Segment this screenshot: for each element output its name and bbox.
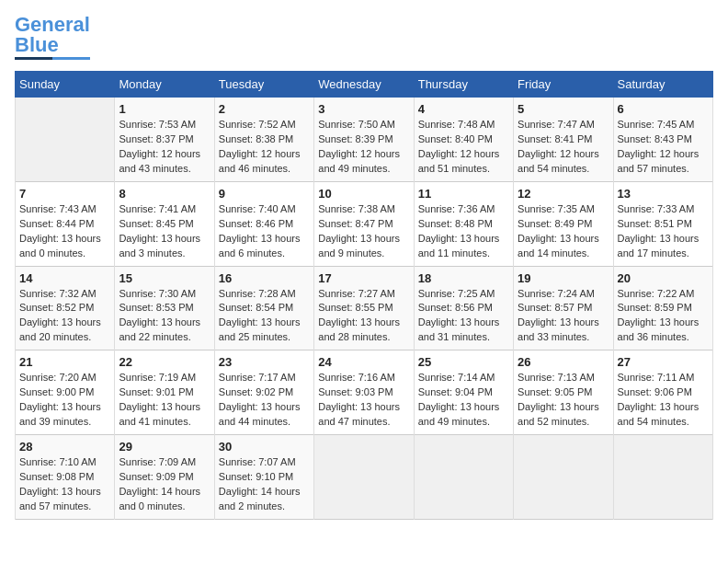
day-info: Sunrise: 7:33 AM Sunset: 8:51 PM Dayligh… <box>618 202 709 261</box>
logo-text: General Blue <box>15 15 90 55</box>
day-info: Sunrise: 7:19 AM Sunset: 9:01 PM Dayligh… <box>119 371 210 430</box>
day-number: 20 <box>618 271 709 285</box>
calendar-cell: 26Sunrise: 7:13 AM Sunset: 9:05 PM Dayli… <box>514 350 613 435</box>
calendar-cell <box>514 435 613 520</box>
calendar-cell: 11Sunrise: 7:36 AM Sunset: 8:48 PM Dayli… <box>414 181 513 266</box>
calendar-header-row: SundayMondayTuesdayWednesdayThursdayFrid… <box>16 72 713 98</box>
day-info: Sunrise: 7:35 AM Sunset: 8:49 PM Dayligh… <box>518 202 609 261</box>
day-number: 30 <box>219 440 310 454</box>
day-info: Sunrise: 7:07 AM Sunset: 9:10 PM Dayligh… <box>219 455 310 514</box>
calendar-cell: 1Sunrise: 7:53 AM Sunset: 8:37 PM Daylig… <box>115 98 214 182</box>
calendar-cell <box>414 435 513 520</box>
calendar-week-row: 1Sunrise: 7:53 AM Sunset: 8:37 PM Daylig… <box>16 98 713 182</box>
calendar-cell: 3Sunrise: 7:50 AM Sunset: 8:39 PM Daylig… <box>314 98 414 182</box>
calendar-cell: 12Sunrise: 7:35 AM Sunset: 8:49 PM Dayli… <box>514 181 613 266</box>
calendar-cell: 7Sunrise: 7:43 AM Sunset: 8:44 PM Daylig… <box>16 181 115 266</box>
calendar-cell: 22Sunrise: 7:19 AM Sunset: 9:01 PM Dayli… <box>115 350 214 435</box>
day-number: 29 <box>119 440 210 454</box>
calendar-cell: 27Sunrise: 7:11 AM Sunset: 9:06 PM Dayli… <box>613 350 712 435</box>
page-header: General Blue <box>15 15 713 60</box>
day-info: Sunrise: 7:16 AM Sunset: 9:03 PM Dayligh… <box>318 371 409 430</box>
weekday-header: Monday <box>115 72 214 98</box>
day-info: Sunrise: 7:24 AM Sunset: 8:57 PM Dayligh… <box>518 287 609 346</box>
calendar-cell: 25Sunrise: 7:14 AM Sunset: 9:04 PM Dayli… <box>414 350 513 435</box>
day-number: 6 <box>618 102 709 116</box>
day-number: 26 <box>518 355 609 369</box>
day-info: Sunrise: 7:25 AM Sunset: 8:56 PM Dayligh… <box>418 287 509 346</box>
day-info: Sunrise: 7:22 AM Sunset: 8:59 PM Dayligh… <box>618 287 709 346</box>
calendar-week-row: 7Sunrise: 7:43 AM Sunset: 8:44 PM Daylig… <box>16 181 713 266</box>
calendar-cell <box>613 435 712 520</box>
day-info: Sunrise: 7:27 AM Sunset: 8:55 PM Dayligh… <box>318 287 409 346</box>
day-info: Sunrise: 7:50 AM Sunset: 8:39 PM Dayligh… <box>318 118 409 177</box>
calendar-week-row: 28Sunrise: 7:10 AM Sunset: 9:08 PM Dayli… <box>16 435 713 520</box>
day-number: 27 <box>618 355 709 369</box>
day-number: 4 <box>418 102 509 116</box>
calendar-cell: 30Sunrise: 7:07 AM Sunset: 9:10 PM Dayli… <box>214 435 313 520</box>
calendar-cell: 29Sunrise: 7:09 AM Sunset: 9:09 PM Dayli… <box>115 435 214 520</box>
day-number: 18 <box>418 271 509 285</box>
calendar-cell: 23Sunrise: 7:17 AM Sunset: 9:02 PM Dayli… <box>214 350 313 435</box>
calendar-cell: 28Sunrise: 7:10 AM Sunset: 9:08 PM Dayli… <box>16 435 115 520</box>
calendar-cell: 20Sunrise: 7:22 AM Sunset: 8:59 PM Dayli… <box>613 266 712 350</box>
day-number: 15 <box>119 271 210 285</box>
day-info: Sunrise: 7:09 AM Sunset: 9:09 PM Dayligh… <box>119 455 210 514</box>
calendar-cell: 9Sunrise: 7:40 AM Sunset: 8:46 PM Daylig… <box>214 181 313 266</box>
day-info: Sunrise: 7:30 AM Sunset: 8:53 PM Dayligh… <box>119 287 210 346</box>
weekday-header: Friday <box>514 72 613 98</box>
weekday-header: Wednesday <box>314 72 414 98</box>
day-number: 13 <box>618 187 709 201</box>
calendar-week-row: 14Sunrise: 7:32 AM Sunset: 8:52 PM Dayli… <box>16 266 713 350</box>
logo: General Blue <box>15 15 90 60</box>
day-info: Sunrise: 7:20 AM Sunset: 9:00 PM Dayligh… <box>19 371 110 430</box>
calendar-cell: 13Sunrise: 7:33 AM Sunset: 8:51 PM Dayli… <box>613 181 712 266</box>
calendar-cell <box>16 98 115 182</box>
day-info: Sunrise: 7:43 AM Sunset: 8:44 PM Dayligh… <box>19 202 110 261</box>
day-number: 2 <box>219 102 310 116</box>
calendar-cell: 16Sunrise: 7:28 AM Sunset: 8:54 PM Dayli… <box>214 266 313 350</box>
day-number: 7 <box>19 187 110 201</box>
calendar-cell: 24Sunrise: 7:16 AM Sunset: 9:03 PM Dayli… <box>314 350 414 435</box>
day-number: 24 <box>318 355 409 369</box>
day-number: 19 <box>518 271 609 285</box>
calendar-cell: 17Sunrise: 7:27 AM Sunset: 8:55 PM Dayli… <box>314 266 414 350</box>
day-info: Sunrise: 7:17 AM Sunset: 9:02 PM Dayligh… <box>219 371 310 430</box>
day-number: 25 <box>418 355 509 369</box>
day-info: Sunrise: 7:53 AM Sunset: 8:37 PM Dayligh… <box>119 118 210 177</box>
calendar-cell: 18Sunrise: 7:25 AM Sunset: 8:56 PM Dayli… <box>414 266 513 350</box>
calendar-cell: 15Sunrise: 7:30 AM Sunset: 8:53 PM Dayli… <box>115 266 214 350</box>
day-number: 5 <box>518 102 609 116</box>
weekday-header: Thursday <box>414 72 513 98</box>
day-info: Sunrise: 7:52 AM Sunset: 8:38 PM Dayligh… <box>219 118 310 177</box>
calendar-week-row: 21Sunrise: 7:20 AM Sunset: 9:00 PM Dayli… <box>16 350 713 435</box>
day-number: 28 <box>19 440 110 454</box>
day-number: 1 <box>119 102 210 116</box>
day-info: Sunrise: 7:48 AM Sunset: 8:40 PM Dayligh… <box>418 118 509 177</box>
calendar-cell <box>314 435 414 520</box>
calendar-cell: 8Sunrise: 7:41 AM Sunset: 8:45 PM Daylig… <box>115 181 214 266</box>
day-number: 17 <box>318 271 409 285</box>
day-info: Sunrise: 7:10 AM Sunset: 9:08 PM Dayligh… <box>19 455 110 514</box>
day-number: 8 <box>119 187 210 201</box>
day-number: 10 <box>318 187 409 201</box>
day-info: Sunrise: 7:11 AM Sunset: 9:06 PM Dayligh… <box>618 371 709 430</box>
day-info: Sunrise: 7:36 AM Sunset: 8:48 PM Dayligh… <box>418 202 509 261</box>
day-number: 23 <box>219 355 310 369</box>
day-number: 16 <box>219 271 310 285</box>
day-info: Sunrise: 7:32 AM Sunset: 8:52 PM Dayligh… <box>19 287 110 346</box>
day-number: 14 <box>19 271 110 285</box>
day-number: 3 <box>318 102 409 116</box>
day-info: Sunrise: 7:14 AM Sunset: 9:04 PM Dayligh… <box>418 371 509 430</box>
day-number: 11 <box>418 187 509 201</box>
day-info: Sunrise: 7:40 AM Sunset: 8:46 PM Dayligh… <box>219 202 310 261</box>
day-info: Sunrise: 7:45 AM Sunset: 8:43 PM Dayligh… <box>618 118 709 177</box>
calendar-table: SundayMondayTuesdayWednesdayThursdayFrid… <box>15 71 713 520</box>
day-info: Sunrise: 7:13 AM Sunset: 9:05 PM Dayligh… <box>518 371 609 430</box>
day-info: Sunrise: 7:28 AM Sunset: 8:54 PM Dayligh… <box>219 287 310 346</box>
day-info: Sunrise: 7:41 AM Sunset: 8:45 PM Dayligh… <box>119 202 210 261</box>
day-number: 9 <box>219 187 310 201</box>
calendar-cell: 4Sunrise: 7:48 AM Sunset: 8:40 PM Daylig… <box>414 98 513 182</box>
calendar-cell: 2Sunrise: 7:52 AM Sunset: 8:38 PM Daylig… <box>214 98 313 182</box>
day-info: Sunrise: 7:38 AM Sunset: 8:47 PM Dayligh… <box>318 202 409 261</box>
day-info: Sunrise: 7:47 AM Sunset: 8:41 PM Dayligh… <box>518 118 609 177</box>
